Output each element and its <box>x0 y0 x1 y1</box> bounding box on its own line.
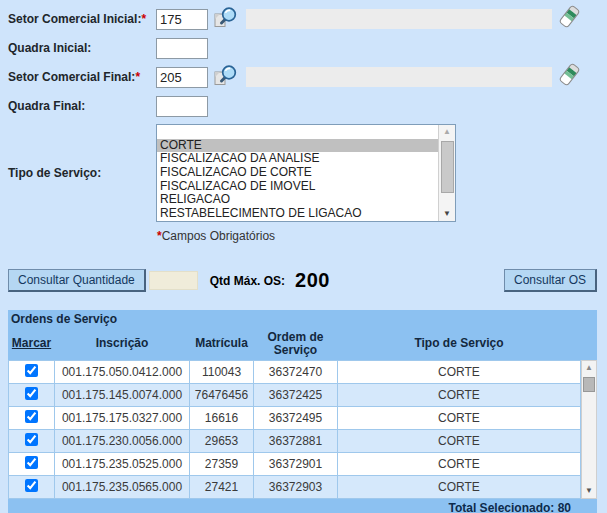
matricula-cell: 16616 <box>190 407 253 429</box>
table-row: 001.175.235.0525.000 27359 36372901 CORT… <box>9 453 580 475</box>
qtd-max-os-label: Qtd Máx. OS: <box>210 274 285 288</box>
header-matricula: Matrícula <box>190 331 253 357</box>
form-row-quadra-inicial: Quadra Inicial: <box>8 37 607 59</box>
listbox-scrollbar[interactable]: ▲ ▼ <box>438 125 455 221</box>
header-ordem-servico: Ordem de Serviço <box>254 331 337 357</box>
setor-comercial-final-label: Setor Comercial Final:* <box>8 70 156 84</box>
marcar-all-link[interactable]: Marcar <box>12 336 51 350</box>
scroll-down-icon[interactable]: ▼ <box>439 207 455 221</box>
matricula-cell: 27359 <box>190 453 253 475</box>
quadra-inicial-label: Quadra Inicial: <box>8 41 156 55</box>
marcar-cell <box>9 430 54 452</box>
scroll-up-icon[interactable]: ▲ <box>582 361 596 375</box>
required-fields-note: *Campos Obrigatórios <box>157 229 607 243</box>
tipo-servico-cell: CORTE <box>338 453 580 475</box>
actions-row: Consultar Quantidade Qtd Máx. OS: 200 Co… <box>8 269 597 292</box>
eraser-icon <box>558 4 581 31</box>
inscricao-cell: 001.175.235.0525.000 <box>55 453 189 475</box>
tipo-servico-label: Tipo de Serviço: <box>8 166 156 180</box>
quadra-inicial-input[interactable] <box>156 38 208 59</box>
ordem-servico-cell: 36372425 <box>254 384 337 406</box>
ordem-servico-cell: 36372470 <box>254 361 337 383</box>
lookup-magnifier-icon <box>213 64 239 88</box>
setor-comercial-inicial-input[interactable] <box>156 9 208 30</box>
scrollbar-thumb[interactable] <box>583 377 595 392</box>
quadra-final-input[interactable] <box>156 96 208 117</box>
marcar-cell <box>9 453 54 475</box>
orders-table-title: Ordens de Serviço <box>8 310 597 327</box>
tipo-servico-cell: CORTE <box>338 476 580 498</box>
setor-comercial-inicial-label: Setor Comercial Inicial:* <box>8 12 156 26</box>
row-checkbox[interactable] <box>25 410 38 423</box>
service-orders-page: Setor Comercial Inicial:* Quadra Inicial… <box>0 0 607 513</box>
inscricao-cell: 001.175.235.0565.000 <box>55 476 189 498</box>
consultar-os-button[interactable]: Consultar OS <box>504 269 597 292</box>
table-row: 001.175.050.0412.000 110043 36372470 COR… <box>9 361 580 383</box>
form-row-quadra-final: Quadra Final: <box>8 95 607 117</box>
tipo-servico-listbox[interactable]: CORTEFISCALIZACAO DA ANALISEFISCALIZACAO… <box>156 124 456 222</box>
marcar-cell <box>9 384 54 406</box>
tipo-servico-cell: CORTE <box>338 430 580 452</box>
table-row: 001.175.230.0056.000 29653 36372881 CORT… <box>9 430 580 452</box>
inscricao-cell: 001.175.230.0056.000 <box>55 430 189 452</box>
tipo-servico-options: CORTEFISCALIZACAO DA ANALISEFISCALIZACAO… <box>157 125 438 221</box>
tipo-servico-option[interactable]: CORTE <box>157 139 438 153</box>
tipo-servico-option[interactable] <box>157 125 438 139</box>
form-row-setor-inicial: Setor Comercial Inicial:* <box>8 8 607 30</box>
scroll-up-icon[interactable]: ▲ <box>439 125 455 139</box>
orders-table-body: 001.175.050.0412.000 110043 36372470 COR… <box>9 361 580 498</box>
matricula-cell: 29653 <box>190 430 253 452</box>
qtd-max-os-value: 200 <box>295 269 330 292</box>
ordem-servico-cell: 36372901 <box>254 453 337 475</box>
required-asterisk: * <box>135 70 140 84</box>
quantity-result-field <box>149 271 198 290</box>
header-inscricao: Inscrição <box>55 331 189 357</box>
matricula-cell: 110043 <box>190 361 253 383</box>
setor-inicial-clear-button[interactable] <box>558 4 581 34</box>
row-checkbox[interactable] <box>25 479 38 492</box>
orders-table-header: Marcar Inscrição Matrícula Ordem de Serv… <box>8 327 597 360</box>
setor-inicial-description-bar <box>246 9 552 29</box>
inscricao-cell: 001.175.175.0327.000 <box>55 407 189 429</box>
tipo-servico-cell: CORTE <box>338 361 580 383</box>
tipo-servico-option[interactable]: FISCALIZACAO DA ANALISE <box>157 152 438 166</box>
setor-final-description-bar <box>246 67 552 87</box>
header-marcar: Marcar <box>9 331 54 357</box>
tipo-servico-option[interactable]: FISCALIZACAO DE IMOVEL <box>157 180 438 194</box>
tipo-servico-option[interactable]: FISCALIZACAO DE CORTE <box>157 166 438 180</box>
tipo-servico-cell: CORTE <box>338 407 580 429</box>
table-row: 001.175.175.0327.000 16616 36372495 CORT… <box>9 407 580 429</box>
table-scrollbar[interactable]: ▲ ▼ <box>581 360 597 499</box>
row-checkbox[interactable] <box>25 456 38 469</box>
orders-table-body-wrap: 001.175.050.0412.000 110043 36372470 COR… <box>8 360 597 499</box>
tipo-servico-option[interactable]: RESTABELECIMENTO DE LIGACAO <box>157 207 438 221</box>
eraser-icon <box>558 62 581 89</box>
form-row-tipo-servico: Tipo de Serviço: CORTEFISCALIZACAO DA AN… <box>8 124 607 222</box>
scrollbar-thumb[interactable] <box>441 141 454 193</box>
table-row: 001.175.235.0565.000 27421 36372903 CORT… <box>9 476 580 498</box>
scroll-down-icon[interactable]: ▼ <box>582 484 596 498</box>
marcar-cell <box>9 407 54 429</box>
matricula-cell: 27421 <box>190 476 253 498</box>
setor-final-lookup-button[interactable] <box>213 64 239 91</box>
setor-final-clear-button[interactable] <box>558 62 581 92</box>
matricula-cell: 76476456 <box>190 384 253 406</box>
orders-table-section: Ordens de Serviço Marcar Inscrição Matrí… <box>8 310 597 513</box>
total-selected-label: Total Selecionado: 80 <box>8 499 597 513</box>
row-checkbox[interactable] <box>25 433 38 446</box>
inscricao-cell: 001.175.050.0412.000 <box>55 361 189 383</box>
lookup-magnifier-icon <box>213 6 239 30</box>
marcar-cell <box>9 361 54 383</box>
consultar-quantidade-button[interactable]: Consultar Quantidade <box>8 269 146 292</box>
row-checkbox[interactable] <box>25 387 38 400</box>
ordem-servico-cell: 36372495 <box>254 407 337 429</box>
form-row-setor-final: Setor Comercial Final:* <box>8 66 607 88</box>
tipo-servico-option[interactable]: RELIGACAO <box>157 193 438 207</box>
marcar-cell <box>9 476 54 498</box>
setor-inicial-lookup-button[interactable] <box>213 6 239 33</box>
row-checkbox[interactable] <box>25 364 38 377</box>
table-row: 001.175.145.0074.000 76476456 36372425 C… <box>9 384 580 406</box>
required-asterisk: * <box>141 12 146 26</box>
setor-comercial-final-input[interactable] <box>156 67 208 88</box>
ordem-servico-cell: 36372903 <box>254 476 337 498</box>
